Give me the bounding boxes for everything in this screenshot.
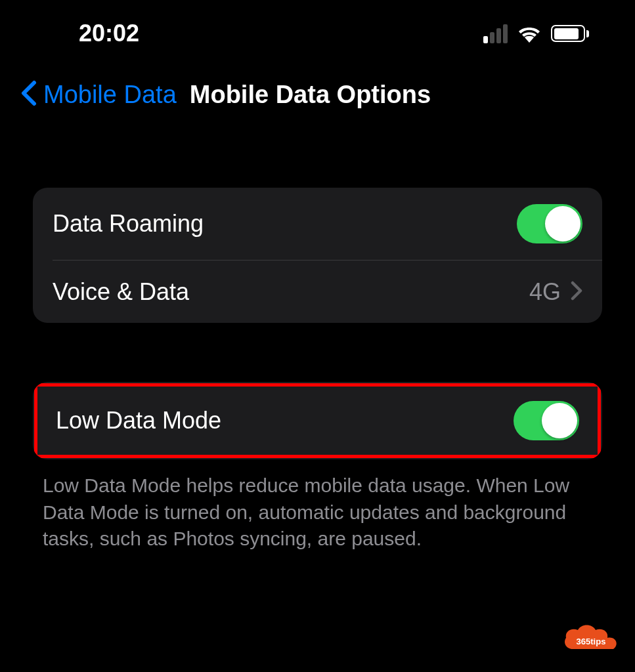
battery-icon — [551, 25, 589, 42]
low-data-mode-row: Low Data Mode — [34, 383, 601, 458]
settings-group-2: Low Data Mode — [33, 382, 602, 459]
chevron-right-icon — [571, 281, 582, 303]
cell-signal-icon — [483, 24, 508, 43]
settings-group-1: Data Roaming Voice & Data 4G — [33, 188, 602, 323]
low-data-mode-label: Low Data Mode — [56, 407, 221, 434]
back-button-label[interactable]: Mobile Data — [43, 81, 177, 109]
status-icons — [483, 24, 589, 43]
low-data-description: Low Data Mode helps reduce mobile data u… — [43, 472, 592, 553]
voice-data-row[interactable]: Voice & Data 4G — [33, 261, 602, 323]
voice-data-value: 4G — [529, 278, 561, 306]
data-roaming-row: Data Roaming — [33, 188, 602, 260]
wifi-icon — [517, 24, 542, 43]
data-roaming-toggle[interactable] — [517, 204, 582, 243]
status-time: 20:02 — [79, 20, 139, 47]
svg-text:365tips: 365tips — [577, 637, 606, 646]
voice-data-label: Voice & Data — [53, 278, 189, 306]
data-roaming-label: Data Roaming — [53, 210, 204, 238]
nav-header: Mobile Data Mobile Data Options — [0, 67, 635, 135]
low-data-mode-toggle[interactable] — [514, 401, 579, 440]
back-chevron-icon[interactable] — [20, 80, 37, 109]
page-title: Mobile Data Options — [190, 81, 431, 109]
status-bar: 20:02 — [0, 0, 635, 67]
watermark-badge: 365tips — [559, 620, 622, 659]
